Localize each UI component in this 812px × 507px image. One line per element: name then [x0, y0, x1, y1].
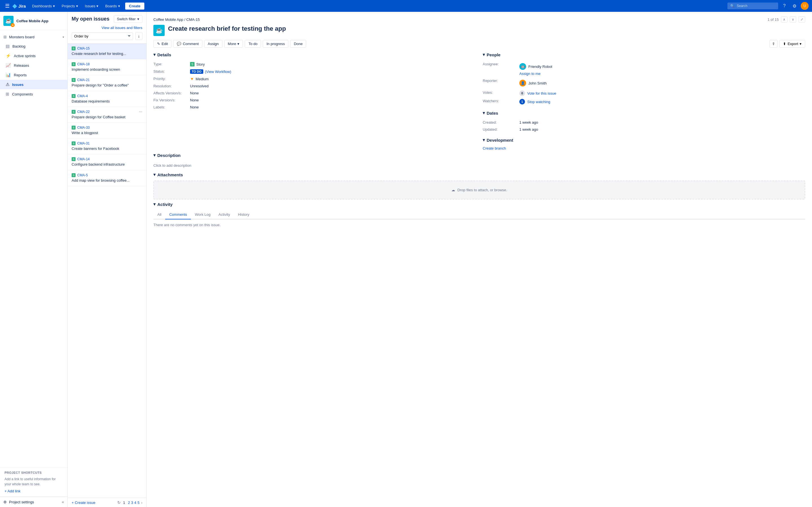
nav-dashboards[interactable]: Dashboards ▾ — [29, 2, 58, 10]
switch-filter-button[interactable]: Switch filter ▾ — [114, 15, 142, 23]
issue-list-item[interactable]: S CMA-4 Database requirements — [68, 91, 146, 107]
issue-list-item[interactable]: S CMA-22 ⋯ Prepare design for Coffee bas… — [68, 107, 146, 123]
assign-button[interactable]: Assign — [204, 40, 222, 48]
tab-comments[interactable]: Comments — [165, 210, 191, 219]
settings-cog-icon: ⚙ — [3, 500, 7, 504]
votes-count: 0 — [519, 91, 525, 96]
pagination-next[interactable]: › — [141, 501, 142, 505]
issue-list-item[interactable]: S CMA-14 Configure backend infrastructur… — [68, 154, 146, 170]
description-section-header[interactable]: ▾ Description — [153, 153, 805, 158]
pagination-page[interactable]: 4 — [134, 501, 136, 505]
todo-button[interactable]: To do — [245, 40, 261, 48]
nav-boards[interactable]: Boards ▾ — [102, 2, 123, 10]
expand-issue-button[interactable]: ⤢ — [799, 16, 805, 22]
next-issue-button[interactable]: ∨ — [790, 16, 796, 22]
prev-issue-button[interactable]: ∧ — [781, 16, 788, 22]
details-section: ▾ Details Type: S Story — [153, 52, 476, 151]
pagination-page[interactable]: 3 — [131, 501, 133, 505]
more-button[interactable]: More ▾ — [224, 40, 243, 48]
chevron-down-icon: ▾ — [137, 17, 139, 21]
issue-navigation: 1 of 15 ∧ ∨ ⤢ — [767, 16, 805, 22]
sidebar-board-item[interactable]: ⊞ Monsters board ▾ — [0, 33, 67, 41]
reports-icon: 📊 — [6, 72, 11, 77]
sidebar-item-active-sprints[interactable]: ⚡ Active sprints — [0, 51, 67, 61]
issue-list-item[interactable]: S CMA-18 Implement onboarding screen — [68, 59, 146, 75]
sidebar-collapse-icon[interactable]: « — [62, 500, 64, 504]
issue-list-item[interactable]: S CMA-5 Add map view for browsing coffee… — [68, 170, 146, 186]
add-link-button[interactable]: + Add link — [4, 489, 63, 493]
attachment-drop-zone[interactable]: ☁ Drop files to attach, or browse. — [153, 180, 805, 200]
project-header: ☕ ★ Coffee Mobile App — [0, 12, 67, 30]
issue-detail: Coffee Mobile App / CMA-15 1 of 15 ∧ ∨ ⤢ — [147, 12, 812, 507]
nav-issues[interactable]: Issues ▾ — [82, 2, 101, 10]
people-section-header[interactable]: ▾ People — [483, 52, 805, 57]
add-description-field[interactable]: Click to add description — [153, 161, 805, 170]
issue-list-item[interactable]: S CMA-31 Create banners for Facebook — [68, 138, 146, 154]
sprints-icon: ⚡ — [6, 53, 11, 58]
sort-direction-button[interactable]: ↓ — [135, 32, 142, 40]
tab-worklog[interactable]: Work Log — [191, 210, 214, 219]
sidebar-item-reports[interactable]: 📊 Reports — [0, 70, 67, 80]
vote-for-issue-link[interactable]: Vote for this issue — [527, 91, 556, 96]
create-button[interactable]: Create — [125, 3, 144, 10]
issue-title: Configure backend infrastructure — [71, 162, 142, 167]
issue-list-item[interactable]: S CMA-33 Write a blogpost — [68, 123, 146, 138]
sidebar-item-releases[interactable]: 📈 Releases — [0, 61, 67, 70]
nav-projects[interactable]: Projects ▾ — [59, 2, 81, 10]
development-section-header[interactable]: ▾ Development — [483, 137, 805, 143]
breadcrumb: Coffee Mobile App / CMA-15 — [153, 17, 200, 22]
sidebar-item-issues[interactable]: ⚠ Issues — [0, 80, 67, 89]
comment-button[interactable]: 💬 Comment — [173, 40, 202, 48]
breadcrumb-project-link[interactable]: Coffee Mobile App — [153, 17, 183, 22]
watchers-count: 1 — [519, 99, 525, 105]
issue-type-icon: S — [71, 126, 75, 129]
details-section-header[interactable]: ▾ Details — [153, 52, 476, 57]
activity-chevron-icon: ▾ — [153, 202, 156, 207]
attachments-section-header[interactable]: ▾ Attachments — [153, 172, 805, 177]
view-all-issues-link[interactable]: View all issues and filters — [101, 25, 142, 30]
create-branch-link[interactable]: Create branch — [483, 146, 506, 151]
dates-section-header[interactable]: ▾ Dates — [483, 110, 805, 115]
share-button[interactable]: ⇧ — [769, 40, 777, 48]
done-button[interactable]: Done — [290, 40, 306, 48]
project-settings-button[interactable]: ⚙ Project settings « — [0, 497, 67, 507]
assign-to-me-link[interactable]: Assign to me — [519, 71, 552, 76]
issues-panel-header: My open issues Switch filter ▾ View all … — [68, 12, 146, 44]
settings-button[interactable]: ⚙ — [791, 2, 799, 10]
pagination-page[interactable]: 5 — [137, 501, 139, 505]
jira-logo: ◆ Jira — [12, 3, 26, 9]
view-workflow-link[interactable]: (View Workflow) — [205, 69, 231, 74]
pagination-page[interactable]: 2 — [128, 501, 130, 505]
activity-section-header[interactable]: ▾ Activity — [153, 202, 805, 207]
description-section: ▾ Description Click to add description — [153, 153, 805, 170]
reporter-person: 👤 John Smith — [519, 78, 547, 88]
search-icon: 🔍 — [730, 4, 734, 8]
issue-more-icon[interactable]: ⋯ — [139, 110, 142, 114]
issues-panel: My open issues Switch filter ▾ View all … — [68, 12, 147, 507]
issue-list-item[interactable]: S CMA-21 Prepare design for "Order a cof… — [68, 75, 146, 91]
reporter-avatar: 👤 — [519, 80, 526, 87]
created-row: Created: 1 week ago — [483, 119, 805, 126]
sidebar-item-backlog[interactable]: ▤ Backlog — [0, 41, 67, 51]
hamburger-menu[interactable]: ☰ — [3, 1, 11, 11]
tab-all[interactable]: All — [153, 210, 165, 219]
issue-list-item[interactable]: S CMA-15 Create research brief for testi… — [68, 44, 146, 59]
tab-activity[interactable]: Activity — [214, 210, 234, 219]
order-by-select[interactable]: Order by — [71, 33, 133, 40]
refresh-button[interactable]: ↻ — [117, 500, 121, 505]
issue-title: Prepare design for "Order a coffee" — [71, 83, 142, 88]
tab-history[interactable]: History — [234, 210, 253, 219]
export-button[interactable]: ⬆ Export ▾ — [779, 40, 805, 48]
user-avatar[interactable]: U — [801, 2, 809, 10]
search-box[interactable]: 🔍 Search — [727, 3, 778, 9]
issue-type-icon: S — [71, 110, 75, 114]
breadcrumb-issue-link[interactable]: CMA-15 — [186, 17, 200, 22]
in-progress-button[interactable]: In progress — [263, 40, 289, 48]
sidebar-item-components[interactable]: ⊞ Components — [0, 89, 67, 99]
stop-watching-link[interactable]: Stop watching — [527, 100, 550, 104]
upload-icon: ☁ — [451, 188, 455, 192]
edit-button[interactable]: ✎ Edit — [153, 40, 171, 48]
issue-title: Create research brief for testing the ap… — [168, 25, 286, 33]
create-issue-button[interactable]: + Create issue — [71, 501, 95, 505]
help-button[interactable]: ? — [780, 2, 788, 10]
